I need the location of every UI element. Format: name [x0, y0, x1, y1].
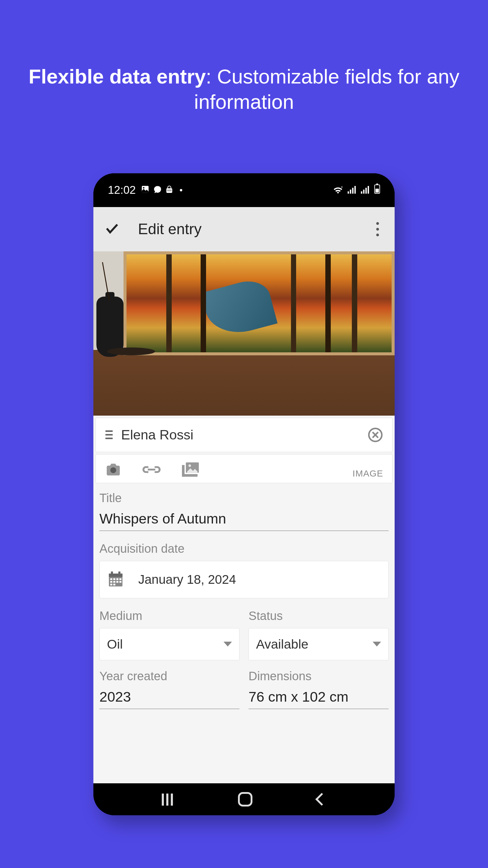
svg-rect-24 — [111, 571, 113, 575]
svg-rect-19 — [182, 474, 198, 477]
dimensions-label: Dimensions — [249, 670, 389, 683]
svg-point-1 — [143, 187, 144, 188]
svg-rect-27 — [113, 578, 116, 580]
svg-rect-15 — [376, 184, 378, 185]
year-created-label: Year created — [99, 670, 239, 683]
status-time: 12:02 — [108, 184, 136, 196]
svg-rect-16 — [375, 189, 379, 193]
content-area: Elena Rossi IMAGE Title — [93, 251, 395, 783]
acquisition-date-field[interactable]: January 18, 2024 — [99, 561, 389, 598]
svg-rect-26 — [110, 578, 112, 580]
calendar-icon — [107, 571, 124, 588]
signal-2-icon — [361, 184, 370, 196]
wifi-icon: + — [332, 184, 344, 196]
artist-card: Elena Rossi — [96, 418, 392, 452]
svg-rect-31 — [113, 581, 116, 583]
svg-point-17 — [110, 467, 116, 473]
svg-rect-12 — [365, 188, 367, 194]
gallery-icon[interactable] — [182, 462, 199, 478]
svg-point-21 — [189, 464, 191, 467]
svg-rect-7 — [350, 190, 352, 194]
media-card: IMAGE — [96, 454, 392, 483]
battery-icon — [374, 184, 380, 196]
clear-icon[interactable] — [368, 428, 383, 442]
image-label: IMAGE — [352, 468, 383, 478]
phone-frame: 12:02 + — [93, 173, 395, 815]
svg-rect-11 — [363, 190, 365, 194]
artist-name[interactable]: Elena Rossi — [121, 427, 360, 443]
dimensions-input[interactable] — [249, 688, 389, 709]
status-bar: 12:02 + — [93, 173, 395, 207]
medium-label: Medium — [99, 609, 239, 623]
chat-notification-icon — [153, 184, 162, 196]
signal-1-icon — [348, 184, 357, 196]
svg-rect-30 — [110, 581, 112, 583]
medium-select[interactable]: Oil — [99, 628, 239, 660]
svg-rect-10 — [361, 191, 362, 194]
chevron-down-icon — [224, 642, 232, 647]
chevron-down-icon — [372, 642, 381, 647]
svg-rect-25 — [119, 571, 121, 575]
svg-rect-8 — [352, 188, 354, 194]
promo-headline: Flexible data entry: Customizable fields… — [0, 64, 488, 115]
svg-rect-6 — [348, 191, 349, 194]
svg-rect-9 — [355, 186, 356, 194]
status-label: Status — [249, 609, 389, 623]
camera-icon[interactable] — [105, 463, 121, 477]
year-created-input[interactable] — [99, 688, 239, 709]
status-select[interactable]: Available — [249, 628, 389, 660]
svg-rect-28 — [116, 578, 119, 580]
screen-title: Edit entry — [138, 220, 358, 238]
home-button[interactable] — [238, 792, 253, 807]
app-header: Edit entry — [93, 207, 395, 251]
acquisition-date-label: Acquisition date — [99, 542, 389, 555]
entry-image[interactable] — [93, 251, 395, 415]
title-label: Title — [99, 491, 389, 505]
status-value: Available — [256, 637, 308, 652]
back-button[interactable] — [315, 793, 328, 805]
svg-rect-32 — [116, 581, 119, 583]
list-icon[interactable] — [105, 430, 113, 439]
lock-notification-icon — [165, 184, 173, 196]
image-notification-icon — [141, 184, 150, 196]
android-nav-bar — [93, 783, 395, 815]
title-input[interactable] — [99, 510, 389, 531]
svg-rect-29 — [119, 578, 121, 580]
svg-rect-35 — [113, 584, 116, 585]
svg-rect-13 — [368, 186, 369, 194]
link-icon[interactable] — [142, 465, 161, 475]
svg-rect-34 — [110, 584, 112, 585]
more-options-icon[interactable] — [376, 222, 384, 236]
svg-rect-33 — [119, 581, 121, 583]
svg-text:+: + — [341, 185, 343, 189]
dot-indicator — [180, 189, 182, 191]
svg-rect-2 — [167, 188, 172, 192]
acquisition-date-value: January 18, 2024 — [138, 572, 236, 587]
medium-value: Oil — [107, 637, 123, 652]
recent-apps-button[interactable] — [162, 794, 173, 805]
confirm-icon[interactable] — [104, 221, 120, 238]
